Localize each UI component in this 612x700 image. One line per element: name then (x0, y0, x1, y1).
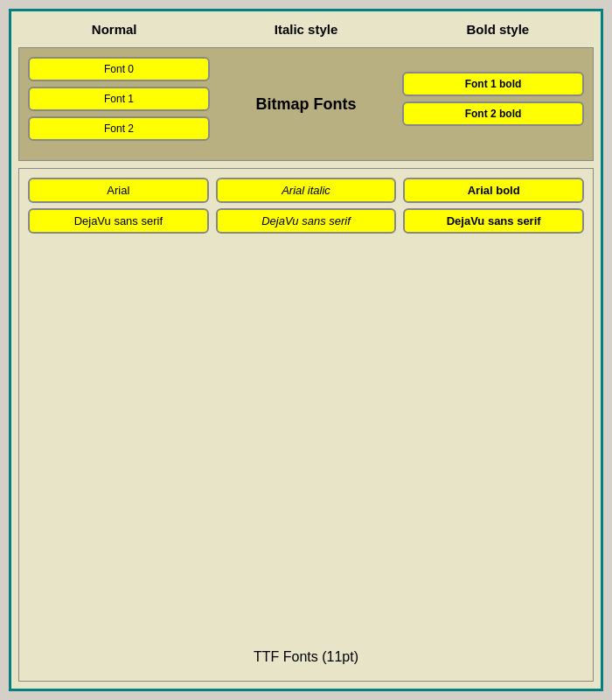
main-container: Normal Italic style Bold style Font 0 Fo… (9, 9, 603, 691)
ttf-row1: Arial Arial italic Arial bold (28, 178, 584, 203)
bitmap-font1bold-btn[interactable]: Font 1 bold (402, 72, 584, 96)
ttf-section: Arial Arial italic Arial bold DejaVu san… (18, 168, 594, 682)
bitmap-section: Font 0 Font 1 Font 2 Bitmap Fonts Font 1… (18, 47, 594, 161)
bitmap-normal-col: Font 0 Font 1 Font 2 (28, 57, 210, 141)
header-bold: Bold style (402, 22, 594, 37)
bitmap-font2-btn[interactable]: Font 2 (28, 116, 210, 141)
bitmap-label: Bitmap Fonts (215, 95, 397, 114)
dejavu-bold-btn[interactable]: DejaVu sans serif (403, 208, 584, 234)
dejavu-normal-btn[interactable]: DejaVu sans serif (28, 208, 209, 234)
dejavu-italic-btn[interactable]: DejaVu sans serif (216, 208, 397, 234)
ttf-label: TTF Fonts (11pt) (28, 239, 584, 672)
header-normal: Normal (18, 22, 210, 37)
arial-bold-btn[interactable]: Arial bold (403, 178, 584, 203)
bitmap-bold-col: Font 1 bold Font 2 bold (402, 72, 584, 126)
ttf-row2: DejaVu sans serif DejaVu sans serif Deja… (28, 208, 584, 234)
arial-italic-btn[interactable]: Arial italic (216, 178, 397, 203)
bitmap-font1-btn[interactable]: Font 1 (28, 87, 210, 111)
bitmap-font0-btn[interactable]: Font 0 (28, 57, 210, 81)
bitmap-font2bold-btn[interactable]: Font 2 bold (402, 102, 584, 126)
arial-normal-btn[interactable]: Arial (28, 178, 209, 203)
header-row: Normal Italic style Bold style (18, 18, 594, 40)
header-italic: Italic style (210, 22, 401, 37)
